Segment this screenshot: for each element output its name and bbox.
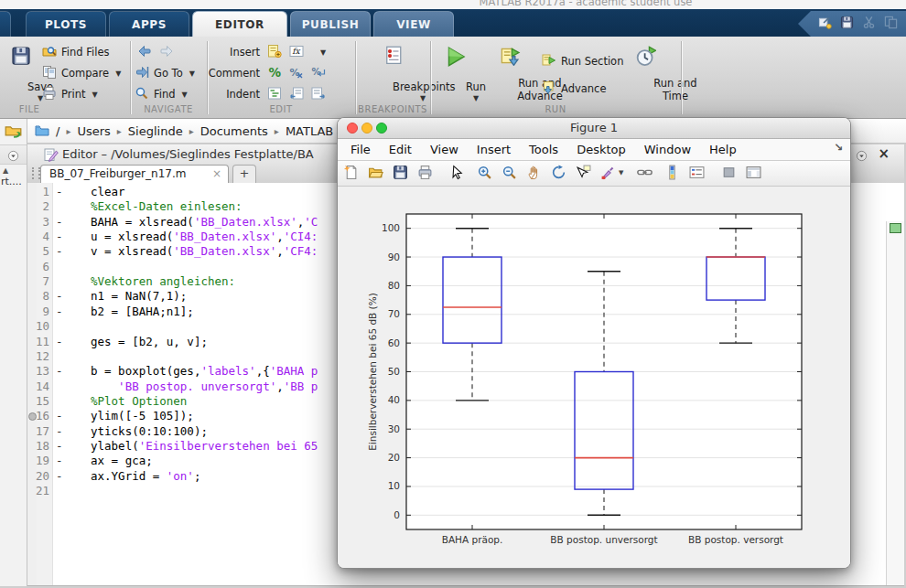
breakpoints-icon bbox=[383, 46, 402, 67]
figure-menu-desktop[interactable]: Desktop bbox=[567, 143, 635, 156]
folder-icon bbox=[35, 123, 49, 138]
print-button[interactable]: Print ▼ bbox=[42, 86, 98, 102]
ribbon-tab-apps[interactable]: APPS bbox=[109, 11, 189, 37]
run-section-icon bbox=[542, 53, 556, 70]
figure-menu-view[interactable]: View bbox=[421, 143, 468, 156]
back-icon[interactable] bbox=[137, 44, 152, 61]
compare-dropdown-arrow[interactable]: ▼ bbox=[115, 69, 121, 78]
run-section-button[interactable]: Run Section bbox=[542, 53, 623, 69]
compare-label: Compare bbox=[61, 67, 109, 80]
editor-close-icon[interactable]: × bbox=[878, 145, 890, 162]
run-and-time-button[interactable]: Run and Time bbox=[617, 40, 675, 112]
new-document-icon[interactable] bbox=[343, 165, 359, 184]
forward-icon bbox=[159, 44, 174, 59]
close-traffic-light[interactable] bbox=[347, 123, 358, 134]
ribbon-tab-editor[interactable]: EDITOR bbox=[192, 11, 287, 37]
data-cursor-icon[interactable] bbox=[576, 165, 591, 184]
save-icon[interactable] bbox=[840, 16, 854, 33]
sort-arrow-icon[interactable]: ▲ bbox=[3, 166, 8, 175]
breadcrumb-segment[interactable]: / bbox=[56, 124, 59, 138]
editor-panel-menu-icon[interactable] bbox=[856, 148, 868, 166]
zoom-out-icon[interactable] bbox=[502, 165, 517, 184]
print-dropdown-arrow[interactable]: ▼ bbox=[92, 91, 97, 99]
splitter-handle[interactable] bbox=[32, 167, 40, 179]
brush-icon[interactable] bbox=[600, 165, 616, 184]
panel-menu-icon[interactable] bbox=[7, 148, 19, 166]
ribbon-tab-publish[interactable]: PUBLISH bbox=[290, 11, 371, 37]
insert-label: Insert bbox=[203, 46, 260, 59]
breadcrumb-segment[interactable]: Sieglinde bbox=[128, 124, 183, 138]
new-tab-button[interactable]: + bbox=[232, 165, 256, 183]
insert-section-icon[interactable] bbox=[267, 44, 282, 62]
save-button[interactable]: Save ▼ bbox=[2, 40, 40, 112]
breadcrumb-separator: ▸ bbox=[189, 126, 194, 136]
minimize-traffic-light[interactable] bbox=[361, 123, 372, 134]
breadcrumb-segment[interactable]: Users bbox=[77, 124, 110, 138]
uncomment-icon[interactable]: % bbox=[289, 65, 304, 83]
smart-indent-icon[interactable] bbox=[267, 86, 282, 104]
find-button[interactable]: Find ▼ bbox=[135, 86, 188, 102]
ribbon-tab-view[interactable]: VIEW bbox=[373, 11, 454, 37]
line-number: 2 bbox=[27, 199, 49, 213]
figure-title: Figure 1 bbox=[338, 118, 850, 137]
run-and-advance-button[interactable]: Run and Advance bbox=[481, 40, 540, 112]
comment-icon[interactable]: % bbox=[267, 65, 282, 83]
truncated-file-label: rt.... bbox=[1, 176, 22, 187]
hide-plot-tools-icon[interactable] bbox=[721, 165, 737, 184]
run-button[interactable]: Run ▼ bbox=[436, 40, 476, 112]
pan-icon[interactable] bbox=[526, 165, 542, 184]
brush-dropdown-arrow[interactable]: ▼ bbox=[619, 169, 623, 176]
compare-button[interactable]: Compare ▼ bbox=[42, 65, 121, 81]
save-icon bbox=[11, 46, 31, 69]
exec-dash: - bbox=[56, 244, 63, 258]
rotate-3d-icon[interactable] bbox=[551, 165, 566, 184]
pointer-icon[interactable] bbox=[449, 165, 465, 184]
figure-menu-insert[interactable]: Insert bbox=[468, 143, 520, 156]
indent-right-icon[interactable] bbox=[311, 86, 326, 104]
breakpoints-button[interactable]: Breakpoints ▼ bbox=[362, 40, 423, 112]
legend-icon[interactable] bbox=[689, 165, 705, 184]
link-plot-icon[interactable] bbox=[637, 165, 653, 184]
line-number: 14 bbox=[27, 380, 49, 393]
figure-titlebar[interactable]: Figure 1 bbox=[338, 118, 850, 139]
dock-figure-icon[interactable]: ↘ bbox=[834, 141, 843, 154]
folder-up-icon[interactable] bbox=[5, 122, 22, 143]
open-file-icon[interactable] bbox=[368, 165, 383, 184]
wrap-comment-icon[interactable]: % bbox=[311, 65, 326, 83]
outdent-icon[interactable] bbox=[289, 86, 304, 104]
tab-close-icon[interactable]: × bbox=[212, 166, 221, 183]
editor-scrollbar[interactable] bbox=[886, 221, 904, 585]
zoom-in-icon[interactable] bbox=[477, 165, 492, 184]
figure-menu-edit[interactable]: Edit bbox=[380, 143, 421, 156]
editor-tab[interactable]: BB_07_Freiburger_n17.m × bbox=[40, 165, 229, 183]
svg-text:BAHA präop.: BAHA präop. bbox=[442, 534, 503, 545]
navigate-arrows bbox=[137, 44, 174, 60]
figure-menubar: FileEditViewInsertToolsDesktopWindowHelp… bbox=[338, 139, 850, 161]
breadcrumb-segment[interactable]: Documents bbox=[200, 124, 268, 138]
save-icon[interactable] bbox=[393, 165, 408, 184]
forward-icon[interactable] bbox=[159, 44, 174, 61]
copy-icon[interactable] bbox=[884, 16, 898, 33]
figure-menu-file[interactable]: File bbox=[341, 143, 380, 156]
show-plot-tools-icon[interactable] bbox=[746, 165, 761, 184]
find-files-button[interactable]: Find Files bbox=[42, 44, 109, 60]
figure-window: Figure 1 FileEditViewInsertToolsDesktopW… bbox=[337, 117, 851, 569]
zoom-traffic-light[interactable] bbox=[376, 123, 387, 134]
figure-menu-window[interactable]: Window bbox=[635, 143, 700, 156]
new-window-icon[interactable] bbox=[818, 16, 832, 33]
goto-dropdown-arrow[interactable]: ▼ bbox=[189, 69, 195, 78]
ribbon-tab-home-partial[interactable] bbox=[0, 11, 11, 37]
figure-menu-help[interactable]: Help bbox=[700, 143, 746, 156]
ribbon-tab-plots[interactable]: PLOTS bbox=[26, 11, 106, 37]
insert-function-icon[interactable]: fx bbox=[289, 44, 304, 62]
print-icon[interactable] bbox=[417, 165, 433, 184]
code-analyzer-indicator[interactable] bbox=[890, 223, 901, 233]
breadcrumb-segment[interactable]: MATLAB bbox=[286, 124, 333, 138]
find-dropdown-arrow[interactable]: ▼ bbox=[182, 91, 188, 99]
goto-button[interactable]: Go To ▼ bbox=[135, 65, 195, 81]
figure-menu-tools[interactable]: Tools bbox=[520, 143, 567, 156]
cut-icon[interactable] bbox=[862, 16, 876, 33]
colorbar-icon[interactable] bbox=[664, 165, 680, 184]
insert-dropdown-arrow[interactable]: ▼ bbox=[320, 48, 326, 57]
advance-button[interactable]: Advance bbox=[542, 80, 607, 97]
